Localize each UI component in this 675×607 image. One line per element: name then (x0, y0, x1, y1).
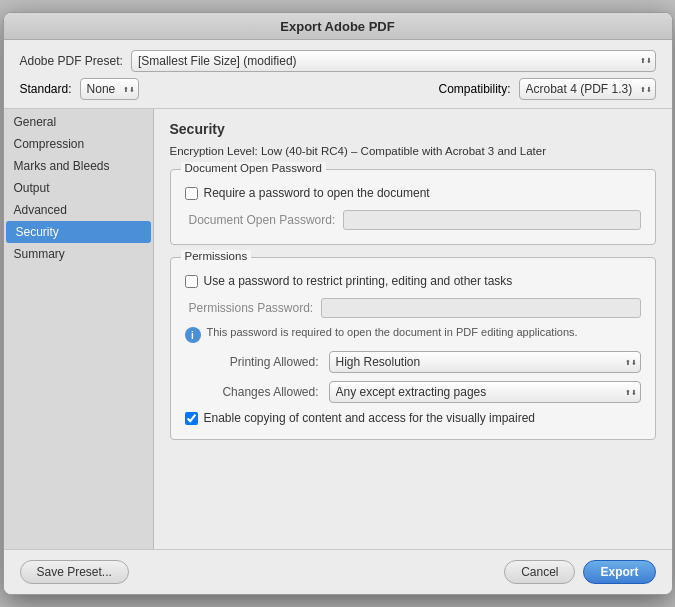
require-password-label: Require a password to open the document (204, 186, 430, 200)
sidebar-item-compression[interactable]: Compression (4, 133, 153, 155)
sidebar-item-advanced[interactable]: Advanced (4, 199, 153, 221)
printing-select-wrapper: None Low Resolution (150 dpi) High Resol… (329, 351, 641, 373)
doc-password-field-label: Document Open Password: (189, 213, 336, 227)
compatibility-group: Compatibility: Acrobat 4 (PDF 1.3) (438, 78, 655, 100)
require-password-checkbox[interactable] (185, 187, 198, 200)
printing-allowed-row: Printing Allowed: None Low Resolution (1… (185, 351, 641, 373)
permissions-password-field-row: Permissions Password: (185, 298, 641, 318)
content-area: Security Encryption Level: Low (40-bit R… (154, 109, 672, 549)
dialog-title: Export Adobe PDF (280, 19, 394, 34)
preset-label: Adobe PDF Preset: (20, 54, 123, 68)
standard-group: Standard: None (20, 78, 139, 100)
standard-label: Standard: (20, 82, 72, 96)
title-bar: Export Adobe PDF (4, 13, 672, 40)
main-area: General Compression Marks and Bleeds Out… (4, 109, 672, 549)
compatibility-select[interactable]: Acrobat 4 (PDF 1.3) (519, 78, 656, 100)
require-password-row: Require a password to open the document (185, 186, 641, 200)
sidebar-item-general[interactable]: General (4, 111, 153, 133)
sidebar: General Compression Marks and Bleeds Out… (4, 109, 154, 549)
sidebar-item-output[interactable]: Output (4, 177, 153, 199)
doc-password-group-title: Document Open Password (181, 162, 326, 174)
copy-content-checkbox[interactable] (185, 412, 198, 425)
info-text: This password is required to open the do… (207, 326, 578, 338)
changes-allowed-row: Changes Allowed: None Inserting, Deletin… (185, 381, 641, 403)
compatibility-select-wrapper: Acrobat 4 (PDF 1.3) (519, 78, 656, 100)
sidebar-item-summary[interactable]: Summary (4, 243, 153, 265)
bottom-bar: Save Preset... Cancel Export (4, 549, 672, 594)
printing-allowed-label: Printing Allowed: (189, 355, 319, 369)
copy-content-label: Enable copying of content and access for… (204, 411, 536, 425)
info-icon: i (185, 327, 201, 343)
printing-allowed-select[interactable]: None Low Resolution (150 dpi) High Resol… (329, 351, 641, 373)
compatibility-label: Compatibility: (438, 82, 510, 96)
save-preset-button[interactable]: Save Preset... (20, 560, 129, 584)
preset-row: Adobe PDF Preset: [Smallest File Size] (… (20, 50, 656, 72)
permissions-password-input[interactable] (321, 298, 640, 318)
permissions-group: Permissions Use a password to restrict p… (170, 257, 656, 440)
preset-wrapper: [Smallest File Size] (modified) (131, 50, 656, 72)
standard-select[interactable]: None (80, 78, 139, 100)
changes-allowed-select[interactable]: None Inserting, Deleting, and Rotating P… (329, 381, 641, 403)
doc-password-field-row: Document Open Password: (185, 210, 641, 230)
doc-password-group: Document Open Password Require a passwor… (170, 169, 656, 245)
standard-compatibility-row: Standard: None Compatibility: Acrobat 4 … (20, 78, 656, 100)
changes-allowed-label: Changes Allowed: (189, 385, 319, 399)
standard-select-wrapper: None (80, 78, 139, 100)
sidebar-item-security[interactable]: Security (6, 221, 151, 243)
cancel-button[interactable]: Cancel (504, 560, 575, 584)
copy-content-row: Enable copying of content and access for… (185, 411, 641, 425)
permissions-checkbox-label: Use a password to restrict printing, edi… (204, 274, 513, 288)
info-row: i This password is required to open the … (185, 326, 641, 343)
export-pdf-dialog: Export Adobe PDF Adobe PDF Preset: [Smal… (3, 12, 673, 595)
permissions-checkbox[interactable] (185, 275, 198, 288)
preset-select[interactable]: [Smallest File Size] (modified) (131, 50, 656, 72)
permissions-checkbox-row: Use a password to restrict printing, edi… (185, 274, 641, 288)
top-bar: Adobe PDF Preset: [Smallest File Size] (… (4, 40, 672, 109)
encryption-info: Encryption Level: Low (40-bit RC4) – Com… (170, 145, 656, 157)
export-button[interactable]: Export (583, 560, 655, 584)
permissions-group-title: Permissions (181, 250, 252, 262)
section-title: Security (170, 121, 656, 137)
changes-select-wrapper: None Inserting, Deleting, and Rotating P… (329, 381, 641, 403)
permissions-password-label: Permissions Password: (189, 301, 314, 315)
sidebar-item-marks-bleeds[interactable]: Marks and Bleeds (4, 155, 153, 177)
doc-password-input[interactable] (343, 210, 640, 230)
